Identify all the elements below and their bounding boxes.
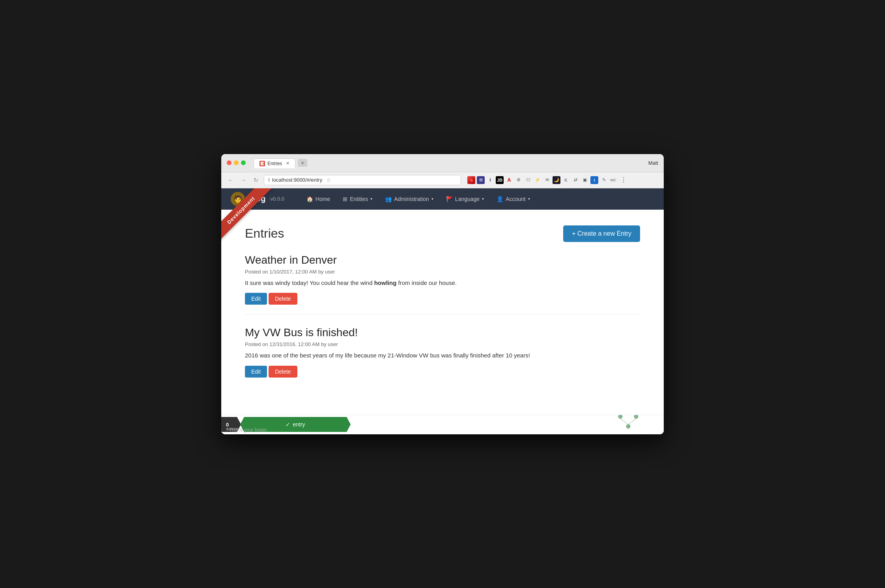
create-entry-button[interactable]: + Create a new Entry bbox=[563, 225, 640, 242]
security-icon: ℹ bbox=[268, 177, 270, 182]
nav-account-label: Account bbox=[506, 196, 526, 202]
edit-entry-button[interactable]: Edit bbox=[245, 293, 267, 305]
administration-icon: 👥 bbox=[385, 196, 392, 202]
traffic-lights bbox=[227, 160, 246, 165]
entry-meta: Posted on 12/31/2016, 12:00 AM by user bbox=[245, 341, 640, 347]
nav-home[interactable]: 🏠 Home bbox=[300, 188, 336, 210]
ext-box-icon[interactable]: ▣ bbox=[581, 176, 589, 184]
ext-moon-icon[interactable]: 🌙 bbox=[553, 176, 560, 184]
account-dropdown-icon: ▾ bbox=[528, 197, 530, 201]
main-content: Entries + Create a new Entry Weather in … bbox=[221, 210, 664, 415]
ext-bolt-icon[interactable]: ⚡ bbox=[534, 176, 541, 184]
new-tab-button[interactable]: + bbox=[298, 159, 307, 167]
active-tab[interactable]: 📝 Entries ✕ bbox=[254, 158, 295, 168]
bookmark-icon[interactable]: ☆ bbox=[326, 177, 331, 183]
delete-entry-button[interactable]: Delete bbox=[269, 293, 297, 305]
main-navbar: 🧑 Blog v0.0.0 🏠 Home ⊞ Entities ▾ 👥 Admi… bbox=[221, 188, 664, 210]
ext-1-icon[interactable]: 🔖 bbox=[467, 176, 475, 184]
address-text: localhost:9000/#/entry bbox=[272, 177, 322, 183]
ext-shield-icon[interactable]: 🛡 bbox=[524, 176, 532, 184]
ext-wc-icon[interactable]: WC bbox=[609, 176, 617, 184]
ext-3-icon[interactable]: ℹ bbox=[486, 176, 494, 184]
entry-title: My VW Bus is finished! bbox=[245, 326, 640, 339]
ext-gear-icon[interactable]: ⚙ bbox=[515, 176, 523, 184]
ext-arrows-icon[interactable]: ⇄ bbox=[571, 176, 579, 184]
footer-text: This is your footer. bbox=[229, 427, 268, 433]
nav-administration[interactable]: 👥 Administration ▾ bbox=[379, 188, 440, 210]
status-checkmark: ✓ bbox=[286, 421, 290, 428]
brand[interactable]: 🧑 Blog v0.0.0 bbox=[231, 192, 284, 206]
minimize-button[interactable] bbox=[234, 160, 239, 165]
forward-button[interactable]: → bbox=[239, 175, 248, 185]
tab-title: Entries bbox=[267, 161, 282, 166]
svg-point-3 bbox=[626, 424, 630, 428]
tab-close-icon[interactable]: ✕ bbox=[286, 161, 289, 166]
browser-user-label: Matt bbox=[648, 160, 658, 166]
svg-point-2 bbox=[634, 415, 638, 419]
nav-home-label: Home bbox=[316, 196, 330, 202]
entry-content-text-1: It sure was windy today! You could hear … bbox=[245, 279, 374, 286]
svg-point-1 bbox=[618, 415, 622, 419]
browser-menu-button[interactable]: ⋮ bbox=[620, 176, 627, 184]
maximize-button[interactable] bbox=[241, 160, 246, 165]
nav-account[interactable]: 👤 Account ▾ bbox=[490, 188, 536, 210]
entry-item: My VW Bus is finished! Posted on 12/31/2… bbox=[245, 326, 640, 387]
nav-entities-label: Entities bbox=[350, 196, 368, 202]
nav-language[interactable]: 🚩 Language ▾ bbox=[440, 188, 490, 210]
svg-line-6 bbox=[620, 419, 628, 424]
entry-title: Weather in Denver bbox=[245, 254, 640, 266]
address-bar: ← → ↻ ℹ localhost:9000/#/entry ☆ 🔖 ⊞ ℹ J… bbox=[221, 172, 664, 188]
entities-dropdown-icon: ▾ bbox=[370, 197, 372, 201]
tab-favicon: 📝 bbox=[260, 161, 265, 166]
edit-entry-button[interactable]: Edit bbox=[245, 366, 267, 378]
administration-dropdown-icon: ▾ bbox=[431, 197, 433, 201]
entry-actions: Edit Delete bbox=[245, 366, 640, 378]
delete-entry-button[interactable]: Delete bbox=[269, 366, 297, 378]
tab-bar: 📝 Entries ✕ + bbox=[254, 158, 644, 168]
page-title: Entries bbox=[245, 226, 284, 241]
ext-k-icon[interactable]: K bbox=[562, 176, 570, 184]
nav-administration-label: Administration bbox=[394, 196, 429, 202]
entry-content-text-2: from inside our house. bbox=[396, 279, 457, 286]
reload-button[interactable]: ↻ bbox=[251, 175, 261, 185]
language-dropdown-icon: ▾ bbox=[482, 197, 484, 201]
address-input[interactable]: ℹ localhost:9000/#/entry ☆ bbox=[264, 175, 461, 185]
account-icon: 👤 bbox=[497, 196, 503, 202]
entry-item: Weather in Denver Posted on 1/10/2017, 1… bbox=[245, 254, 640, 315]
entry-content-bold: howling bbox=[374, 279, 397, 286]
ext-mail-icon[interactable]: ✉ bbox=[543, 176, 551, 184]
app-container: Development 🧑 Blog v0.0.0 🏠 Home ⊞ Entit… bbox=[221, 188, 664, 434]
entities-icon: ⊞ bbox=[343, 196, 347, 202]
browser-extensions: 🔖 ⊞ ℹ JB A ⚙ 🛡 ⚡ ✉ 🌙 K ⇄ ▣ i ✎ WC bbox=[467, 176, 617, 184]
ext-jb-icon[interactable]: JB bbox=[496, 176, 504, 184]
ext-edit-icon[interactable]: ✎ bbox=[600, 176, 608, 184]
title-bar: 📝 Entries ✕ + Matt bbox=[221, 154, 664, 172]
svg-line-7 bbox=[628, 419, 636, 424]
close-button[interactable] bbox=[227, 160, 232, 165]
status-bar: 0 success ✓ entry This is your footer. bbox=[221, 415, 664, 434]
ext-a-icon[interactable]: A bbox=[505, 176, 513, 184]
brand-name: Blog bbox=[248, 194, 265, 203]
state-diagram: entry bbox=[609, 415, 648, 434]
language-icon: 🚩 bbox=[446, 196, 453, 202]
entry-content: It sure was windy today! You could hear … bbox=[245, 279, 640, 288]
brand-version: v0.0.0 bbox=[270, 196, 284, 202]
page-header: Entries + Create a new Entry bbox=[245, 225, 640, 242]
entry-content: 2016 was one of the best years of my lif… bbox=[245, 351, 640, 360]
entry-actions: Edit Delete bbox=[245, 293, 640, 305]
nav-links: 🏠 Home ⊞ Entities ▾ 👥 Administration ▾ 🚩… bbox=[300, 188, 654, 210]
browser-window: 📝 Entries ✕ + Matt ← → ↻ ℹ localhost:900… bbox=[221, 154, 664, 434]
nav-entities[interactable]: ⊞ Entities ▾ bbox=[336, 188, 379, 210]
brand-avatar: 🧑 bbox=[231, 192, 245, 206]
status-entry-label: entry bbox=[293, 421, 305, 428]
ext-i-icon[interactable]: i bbox=[590, 176, 598, 184]
back-button[interactable]: ← bbox=[226, 175, 235, 185]
home-icon: 🏠 bbox=[306, 196, 313, 202]
ext-2-icon[interactable]: ⊞ bbox=[477, 176, 485, 184]
entry-meta: Posted on 1/10/2017, 12:00 AM by user bbox=[245, 269, 640, 275]
nav-language-label: Language bbox=[455, 196, 480, 202]
